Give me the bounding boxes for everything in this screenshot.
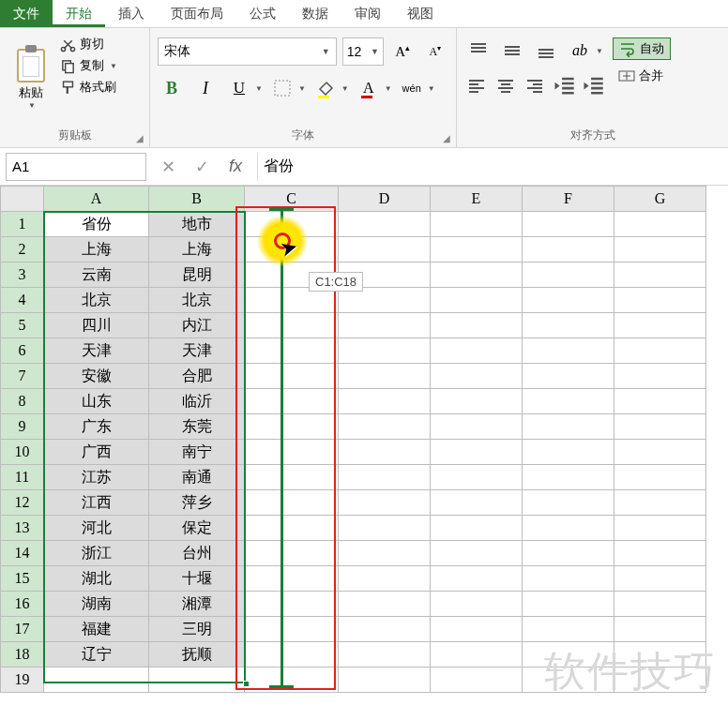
cell-C16[interactable]	[245, 592, 339, 617]
cell-A6[interactable]: 天津	[44, 338, 149, 364]
cell-D13[interactable]	[339, 516, 431, 541]
column-header-A[interactable]: A	[44, 187, 149, 212]
row-header-19[interactable]: 19	[1, 668, 44, 693]
cell-E3[interactable]	[431, 262, 523, 288]
cell-C18[interactable]	[245, 642, 339, 668]
cell-F16[interactable]	[523, 592, 614, 617]
cell-D11[interactable]	[339, 465, 431, 490]
cell-A15[interactable]: 湖北	[44, 566, 149, 592]
cell-G7[interactable]	[614, 364, 706, 389]
cell-D9[interactable]	[339, 414, 431, 440]
phonetic-dropdown-icon[interactable]: ▼	[428, 84, 435, 93]
cell-B16[interactable]: 湘潭	[149, 592, 245, 617]
cell-F2[interactable]	[523, 237, 614, 262]
cell-F6[interactable]	[523, 338, 614, 364]
cell-E2[interactable]	[431, 237, 523, 262]
cell-A4[interactable]: 北京	[44, 288, 149, 313]
cell-D6[interactable]	[339, 338, 431, 364]
italic-button[interactable]: I	[191, 75, 220, 101]
cell-B10[interactable]: 南宁	[149, 440, 245, 465]
border-dropdown-icon[interactable]: ▼	[298, 84, 306, 93]
cell-E12[interactable]	[431, 490, 523, 516]
tab-view[interactable]: 视图	[394, 0, 447, 27]
cell-E9[interactable]	[431, 414, 523, 440]
cell-F4[interactable]	[523, 288, 614, 313]
cell-D8[interactable]	[339, 389, 431, 414]
cell-E6[interactable]	[431, 338, 523, 364]
row-header-1[interactable]: 1	[1, 212, 44, 237]
cell-F3[interactable]	[523, 262, 614, 288]
border-button[interactable]	[268, 75, 296, 101]
cell-G6[interactable]	[614, 338, 706, 364]
row-header-13[interactable]: 13	[1, 516, 44, 541]
cell-E10[interactable]	[431, 440, 523, 465]
cell-B2[interactable]: 上海	[149, 237, 245, 262]
font-dialog-launcher[interactable]: ◢	[443, 134, 454, 145]
cell-D7[interactable]	[339, 364, 431, 389]
cell-E1[interactable]	[431, 212, 523, 237]
row-header-6[interactable]: 6	[1, 338, 44, 364]
cell-F5[interactable]	[523, 313, 614, 338]
cell-B14[interactable]: 台州	[149, 541, 245, 566]
cell-E19[interactable]	[431, 668, 523, 693]
copy-button[interactable]: 复制 ▼	[60, 57, 117, 74]
cell-B13[interactable]: 保定	[149, 516, 245, 541]
cell-D2[interactable]	[339, 237, 431, 262]
cell-F11[interactable]	[523, 465, 614, 490]
cell-G19[interactable]	[614, 668, 706, 693]
row-header-7[interactable]: 7	[1, 364, 44, 389]
cell-A10[interactable]: 广西	[44, 440, 149, 465]
cell-A18[interactable]: 辽宁	[44, 642, 149, 668]
formula-input[interactable]: 省份	[257, 153, 722, 181]
row-header-15[interactable]: 15	[1, 566, 44, 592]
cell-A2[interactable]: 上海	[44, 237, 149, 262]
cell-F19[interactable]	[523, 668, 614, 693]
tab-home[interactable]: 开始	[53, 0, 105, 27]
cut-button[interactable]: 剪切	[60, 36, 117, 52]
cell-G18[interactable]	[614, 642, 706, 668]
cell-A12[interactable]: 江西	[44, 490, 149, 516]
cell-D10[interactable]	[339, 440, 431, 465]
name-box[interactable]: A1	[6, 153, 146, 181]
cell-B5[interactable]: 内江	[149, 313, 245, 338]
cell-E17[interactable]	[431, 617, 523, 642]
cell-E4[interactable]	[431, 288, 523, 313]
cancel-formula-button[interactable]: ✕	[158, 157, 178, 177]
bold-button[interactable]: B	[158, 75, 186, 101]
row-header-14[interactable]: 14	[1, 541, 44, 566]
align-center-button[interactable]	[493, 73, 517, 99]
row-header-16[interactable]: 16	[1, 592, 44, 617]
row-header-18[interactable]: 18	[1, 642, 44, 668]
cell-E18[interactable]	[431, 642, 523, 668]
tab-data[interactable]: 数据	[289, 0, 341, 27]
cell-D17[interactable]	[339, 617, 431, 642]
tab-formula[interactable]: 公式	[236, 0, 289, 27]
cell-A1[interactable]: 省份	[44, 212, 149, 237]
cell-G13[interactable]	[614, 516, 706, 541]
increase-indent-button[interactable]	[582, 73, 605, 99]
cell-A3[interactable]: 云南	[44, 262, 149, 288]
cell-G16[interactable]	[614, 592, 706, 617]
cell-B18[interactable]: 抚顺	[149, 642, 245, 668]
font-name-select[interactable]: 宋体 ▼	[158, 38, 337, 66]
wrap-text-button[interactable]: 自动	[613, 38, 671, 60]
cell-C8[interactable]	[245, 389, 339, 414]
cell-B11[interactable]: 南通	[149, 465, 245, 490]
cell-B19[interactable]	[149, 668, 245, 693]
row-header-3[interactable]: 3	[1, 262, 44, 288]
increase-font-button[interactable]: A▴	[389, 38, 417, 65]
cell-C15[interactable]	[245, 566, 339, 592]
cell-G5[interactable]	[614, 313, 706, 338]
cell-D5[interactable]	[339, 313, 431, 338]
cell-C5[interactable]	[245, 313, 339, 338]
cell-G3[interactable]	[614, 262, 706, 288]
cell-G2[interactable]	[614, 237, 706, 262]
cell-B15[interactable]: 十堰	[149, 566, 245, 592]
fill-color-dropdown-icon[interactable]: ▼	[341, 84, 349, 93]
row-header-2[interactable]: 2	[1, 237, 44, 262]
cell-F8[interactable]	[523, 389, 614, 414]
phonetic-button[interactable]: wén	[398, 75, 426, 101]
cell-B8[interactable]: 临沂	[149, 389, 245, 414]
cell-G1[interactable]	[614, 212, 706, 237]
tab-review[interactable]: 审阅	[341, 0, 394, 27]
